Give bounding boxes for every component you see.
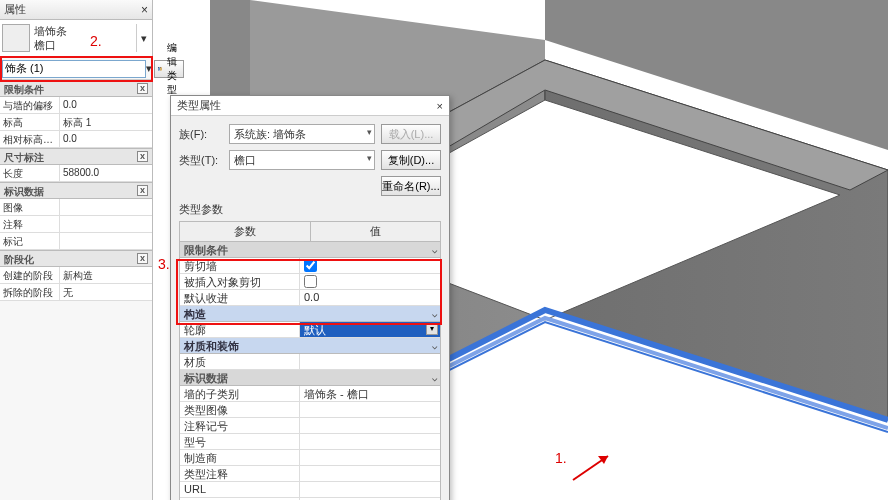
palette-prop-row[interactable]: 拆除的阶段无: [0, 284, 152, 301]
collapse-icon[interactable]: ⌵: [432, 340, 437, 353]
param-key: 墙的子类别: [180, 386, 300, 401]
annotation-2: 2.: [90, 33, 102, 49]
type-param-group-header[interactable]: 材质和装饰⌵: [180, 338, 440, 354]
type-selector-dropdown[interactable]: ▾: [136, 24, 150, 52]
param-value[interactable]: [300, 466, 440, 481]
type-label: 类型(T):: [179, 153, 223, 168]
dialog-titlebar[interactable]: 类型属性 ×: [171, 96, 449, 116]
param-checkbox[interactable]: [304, 259, 317, 272]
param-key: 材质: [180, 354, 300, 369]
type-select[interactable]: 檐口 ▾: [229, 150, 375, 170]
prop-value[interactable]: 新构造: [60, 267, 152, 283]
prop-value[interactable]: 58800.0: [60, 165, 152, 181]
family-label: 族(F):: [179, 127, 223, 142]
type-param-row[interactable]: 型号: [180, 434, 440, 450]
param-value[interactable]: [300, 450, 440, 465]
prop-key: 标高: [0, 114, 60, 130]
param-value[interactable]: [300, 354, 440, 369]
type-properties-dialog: 类型属性 × 族(F): 系统族: 墙饰条 ▾ 载入(L)... 类型(T): …: [170, 95, 450, 500]
palette-prop-row[interactable]: 标记: [0, 233, 152, 250]
edit-type-button[interactable]: 编辑类型: [154, 60, 184, 78]
prop-value[interactable]: 无: [60, 284, 152, 300]
param-value[interactable]: [300, 418, 440, 433]
type-param-row[interactable]: 制造商: [180, 450, 440, 466]
prop-value[interactable]: 0.0: [60, 131, 152, 147]
param-key: 类型图像: [180, 402, 300, 417]
type-param-group-header[interactable]: 构造⌵: [180, 306, 440, 322]
param-value[interactable]: [300, 434, 440, 449]
param-checkbox[interactable]: [304, 275, 317, 288]
type-param-group-header[interactable]: 限制条件⌵: [180, 242, 440, 258]
param-key: 被插入对象剪切: [180, 274, 300, 289]
load-button[interactable]: 载入(L)...: [381, 124, 441, 144]
collapse-icon[interactable]: x: [137, 253, 148, 264]
palette-title: 属性: [4, 2, 26, 17]
annotation-1-arrow: [568, 450, 618, 490]
prop-value[interactable]: [60, 233, 152, 249]
profile-dropdown-arrow[interactable]: ▾: [426, 323, 438, 335]
dialog-title: 类型属性: [177, 98, 221, 113]
param-value[interactable]: [300, 402, 440, 417]
palette-prop-row[interactable]: 创建的阶段新构造: [0, 267, 152, 284]
param-value[interactable]: 墙饰条 - 檐口: [300, 386, 440, 401]
type-selector[interactable]: 墙饰条 檐口 ▾: [0, 20, 152, 58]
palette-prop-row[interactable]: 注释: [0, 216, 152, 233]
collapse-icon[interactable]: ⌵: [432, 308, 437, 321]
palette-group-header[interactable]: 尺寸标注x: [0, 148, 152, 165]
param-value[interactable]: [300, 482, 440, 497]
type-param-row[interactable]: 材质: [180, 354, 440, 370]
prop-key: 相对标高的偏移: [0, 131, 60, 147]
prop-value[interactable]: 标高 1: [60, 114, 152, 130]
prop-value[interactable]: 0.0: [60, 97, 152, 113]
prop-key: 标记: [0, 233, 60, 249]
palette-prop-row[interactable]: 图像: [0, 199, 152, 216]
family-select[interactable]: 系统族: 墙饰条 ▾: [229, 124, 375, 144]
param-key: 剪切墙: [180, 258, 300, 273]
collapse-icon[interactable]: x: [137, 185, 148, 196]
svg-rect-9: [160, 67, 162, 70]
type-param-row[interactable]: URL: [180, 482, 440, 498]
param-value[interactable]: 0.0: [300, 290, 440, 305]
properties-palette: 属性 × 墙饰条 檐口 ▾ ▾ 编辑类型 限制条件x与墙的偏移0.0标高标高 1…: [0, 0, 153, 500]
prop-value[interactable]: [60, 199, 152, 215]
type-param-group-header[interactable]: 标识数据⌵: [180, 370, 440, 386]
prop-value[interactable]: [60, 216, 152, 232]
rename-button[interactable]: 重命名(R)...: [381, 176, 441, 196]
palette-close[interactable]: ×: [141, 3, 148, 17]
prop-key: 长度: [0, 165, 60, 181]
type-param-row[interactable]: 类型图像: [180, 402, 440, 418]
type-param-row[interactable]: 墙的子类别墙饰条 - 檐口: [180, 386, 440, 402]
type-param-row[interactable]: 剪切墙: [180, 258, 440, 274]
param-value[interactable]: [300, 274, 440, 289]
type-name: 墙饰条 檐口: [34, 24, 136, 52]
param-value[interactable]: [300, 258, 440, 273]
chevron-down-icon: ▾: [367, 127, 372, 137]
palette-prop-row[interactable]: 与墙的偏移0.0: [0, 97, 152, 114]
type-param-row[interactable]: 注释记号: [180, 418, 440, 434]
type-param-row[interactable]: 轮廓默认▾默认散水: 散水槽钢: 槽钢: [180, 322, 440, 338]
type-param-row[interactable]: 被插入对象剪切: [180, 274, 440, 290]
palette-prop-row[interactable]: 相对标高的偏移0.0: [0, 131, 152, 148]
profile-value-cell[interactable]: 默认▾默认散水: 散水槽钢: 槽钢: [300, 322, 440, 337]
collapse-icon[interactable]: ⌵: [432, 372, 437, 385]
dialog-close[interactable]: ×: [437, 100, 443, 112]
palette-prop-row[interactable]: 长度58800.0: [0, 165, 152, 182]
palette-titlebar[interactable]: 属性 ×: [0, 0, 152, 20]
type-params-grid[interactable]: 参数 值 限制条件⌵剪切墙被插入对象剪切默认收进0.0构造⌵轮廓默认▾默认散水:…: [179, 221, 441, 500]
type-param-row[interactable]: 类型注释: [180, 466, 440, 482]
prop-key: 注释: [0, 216, 60, 232]
palette-prop-row[interactable]: 标高标高 1: [0, 114, 152, 131]
instance-filter-input[interactable]: [2, 60, 146, 78]
param-key: 型号: [180, 434, 300, 449]
instance-filter-dropdown[interactable]: ▾: [146, 62, 152, 75]
type-thumb: [2, 24, 30, 52]
collapse-icon[interactable]: x: [137, 83, 148, 94]
palette-group-header[interactable]: 阶段化x: [0, 250, 152, 267]
type-param-row[interactable]: 默认收进0.0: [180, 290, 440, 306]
collapse-icon[interactable]: x: [137, 151, 148, 162]
palette-group-header[interactable]: 标识数据x: [0, 182, 152, 199]
palette-group-header[interactable]: 限制条件x: [0, 80, 152, 97]
collapse-icon[interactable]: ⌵: [432, 244, 437, 257]
param-key: URL: [180, 482, 300, 497]
duplicate-button[interactable]: 复制(D)...: [381, 150, 441, 170]
